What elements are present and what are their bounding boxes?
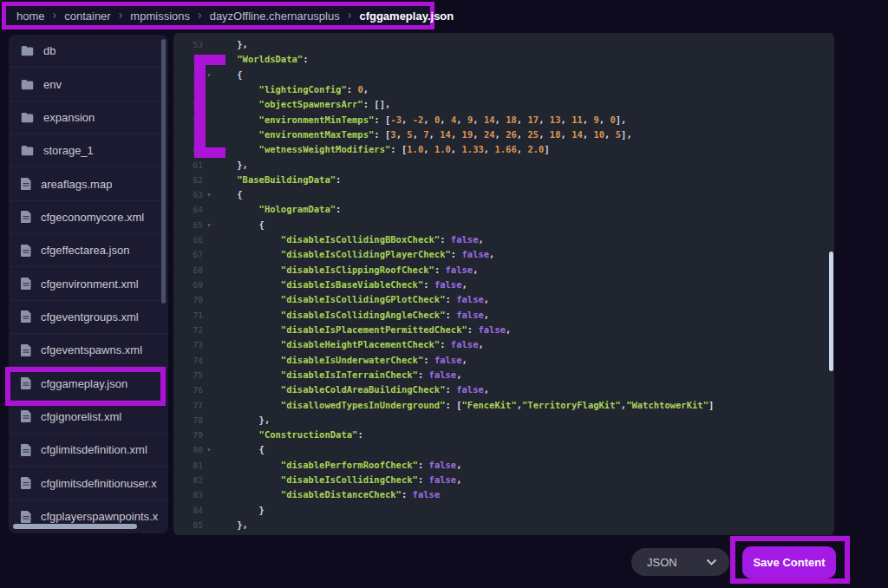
breadcrumb-item-container[interactable]: container <box>64 10 110 23</box>
file-icon <box>21 377 31 389</box>
file-icon <box>21 211 31 223</box>
code-text: "ConstructionData": <box>215 428 363 442</box>
code-text: "disableIsCollidingPlayerCheck": false, <box>215 247 494 262</box>
sidebar-item-env[interactable]: env <box>9 68 168 101</box>
code-text: }, <box>215 158 248 173</box>
code-text: "objectSpawnersArr": [], <box>215 97 390 112</box>
sidebar-item-cfglimitsdefinition-xml[interactable]: cfglimitsdefinition.xml <box>9 434 168 467</box>
fold-spacer <box>203 353 215 368</box>
sidebar-item-cfgignorelist-xml[interactable]: cfgignorelist.xml <box>9 401 168 434</box>
fold-spacer <box>203 127 215 142</box>
breadcrumb: home›container›mpmissions›dayzOffline.ch… <box>2 2 434 29</box>
code-text: "disablePerformRoofCheck": false, <box>215 458 462 473</box>
code-line: 69 "disableIsBaseViableCheck": false, <box>173 278 834 292</box>
fold-arrow-icon[interactable]: ▾ <box>203 442 215 457</box>
fold-arrow-icon[interactable]: ▾ <box>203 187 215 202</box>
sidebar-item-label: cfgeventspawns.xml <box>41 343 142 356</box>
sidebar-item-storage-1[interactable]: storage_1 <box>9 134 168 167</box>
fold-spacer <box>203 113 215 127</box>
breadcrumb-separator-icon: › <box>198 9 202 21</box>
code-text: "disableIsClippingRoofCheck": false, <box>215 263 478 278</box>
line-number: 73 <box>173 337 203 352</box>
sidebar-item-cfgenvironment-xml[interactable]: cfgenvironment.xml <box>9 267 168 300</box>
code-line: 70 "disableIsCollidingGPlotCheck": false… <box>173 292 834 307</box>
format-select-value: JSON <box>647 556 677 569</box>
code-text: "disallowedTypesInUnderground": ["FenceK… <box>215 398 714 413</box>
line-number: 59 <box>173 127 203 142</box>
code-line: 81 "disablePerformRoofCheck": false, <box>173 458 834 473</box>
fold-spacer <box>203 263 215 278</box>
sidebar-item-cfgeconomycore-xml[interactable]: cfgeconomycore.xml <box>9 201 168 234</box>
line-number: 79 <box>173 428 203 442</box>
breadcrumb-separator-icon: › <box>53 9 57 21</box>
code-text: "BaseBuildingData": <box>215 173 341 187</box>
fold-arrow-icon[interactable]: ▾ <box>203 68 215 82</box>
code-line: 65▾ { <box>173 218 834 232</box>
sidebar-item-expansion[interactable]: expansion <box>9 101 168 134</box>
folder-icon <box>21 45 34 56</box>
line-number: 71 <box>173 308 203 323</box>
code-text: "disableHeightPlacementCheck": false, <box>215 337 484 352</box>
file-icon <box>21 344 31 356</box>
sidebar-item-label: cfgeventgroups.xml <box>41 310 139 323</box>
code-text: "disableIsBaseViableCheck": false, <box>215 278 467 292</box>
editor-vertical-scrollbar[interactable] <box>829 252 833 371</box>
code-line: 60 "wetnessWeightModifiers": [1.0, 1.0, … <box>173 142 834 157</box>
fold-spacer <box>203 158 215 173</box>
code-text: } <box>215 503 264 518</box>
sidebar-item-label: cfglimitsdefinition.xml <box>41 443 147 456</box>
sidebar-item-label: cfgignorelist.xml <box>41 410 121 423</box>
breadcrumb-separator-icon: › <box>348 9 352 21</box>
sidebar-item-cfggameplay-json[interactable]: cfggameplay.json <box>9 367 168 400</box>
file-icon <box>21 278 31 290</box>
breadcrumb-item-dayzoffline-chernarusplus[interactable]: dayzOffline.chernarusplus <box>210 10 340 23</box>
fold-spacer <box>203 458 215 473</box>
code-line: 83 "disableDistanceCheck": false <box>173 487 834 502</box>
sidebar-horizontal-scrollbar[interactable] <box>13 524 137 529</box>
code-text: { <box>215 68 243 82</box>
code-text: }, <box>215 413 270 428</box>
sidebar-item-cfgeffectarea-json[interactable]: cfgeffectarea.json <box>9 234 168 267</box>
code-line: 82 "disableIsCollidingCheck": false, <box>173 473 834 487</box>
folder-icon <box>21 145 34 156</box>
fold-arrow-icon[interactable]: ▾ <box>203 218 215 232</box>
sidebar-item-label: expansion <box>43 111 95 124</box>
fold-spacer <box>203 503 215 518</box>
sidebar-vertical-scrollbar[interactable] <box>161 39 166 304</box>
fold-spacer <box>203 97 215 112</box>
sidebar-item-db[interactable]: db <box>9 35 168 68</box>
folder-icon <box>21 112 34 123</box>
line-number: 74 <box>173 353 203 368</box>
format-select[interactable]: JSON <box>631 548 729 576</box>
code-line: 72 "disableIsPlacementPermittedCheck": f… <box>173 323 834 337</box>
save-content-button[interactable]: Save Content <box>742 546 836 578</box>
code-text: "wetnessWeightModifiers": [1.0, 1.0, 1.3… <box>215 142 550 157</box>
breadcrumb-item-mpmissions[interactable]: mpmissions <box>130 10 190 23</box>
line-number: 60 <box>173 142 203 157</box>
code-editor[interactable]: 53 },54 "WorldsData":55▾ {56 "lightingCo… <box>173 33 834 535</box>
line-number: 68 <box>173 263 203 278</box>
file-icon <box>21 410 31 422</box>
code-line: 61 }, <box>173 158 834 173</box>
code-line: 74 "disableIsUnderwaterCheck": false, <box>173 353 834 368</box>
sidebar-item-cfgeventspawns-xml[interactable]: cfgeventspawns.xml <box>9 334 168 367</box>
breadcrumb-item-cfggameplay-json[interactable]: cfggameplay.json <box>359 10 454 23</box>
code-text: }, <box>215 518 248 532</box>
fold-spacer <box>203 368 215 382</box>
sidebar-item-cfglimitsdefinitionuser-x[interactable]: cfglimitsdefinitionuser.x <box>9 467 168 500</box>
sidebar-item-label: areaflags.map <box>41 178 112 191</box>
sidebar-item-label: storage_1 <box>43 144 94 157</box>
breadcrumb-item-home[interactable]: home <box>16 10 45 23</box>
code-line: 78 }, <box>173 413 834 428</box>
sidebar-item-areaflags-map[interactable]: areaflags.map <box>9 167 168 200</box>
line-number: 63 <box>173 187 203 202</box>
line-number: 78 <box>173 413 203 428</box>
sidebar-item-cfgeventgroups-xml[interactable]: cfgeventgroups.xml <box>9 301 168 334</box>
code-line: 58 "environmentMinTemps": [-3, -2, 0, 4,… <box>173 113 834 127</box>
line-number: 67 <box>173 247 203 262</box>
line-number: 75 <box>173 368 203 382</box>
code-text: "disableColdAreaBuildingCheck": false, <box>215 382 489 397</box>
chevron-down-icon <box>707 559 716 565</box>
breadcrumb-separator-icon: › <box>119 9 123 21</box>
code-line: 59 "environmentMaxTemps": [3, 5, 7, 14, … <box>173 127 834 142</box>
